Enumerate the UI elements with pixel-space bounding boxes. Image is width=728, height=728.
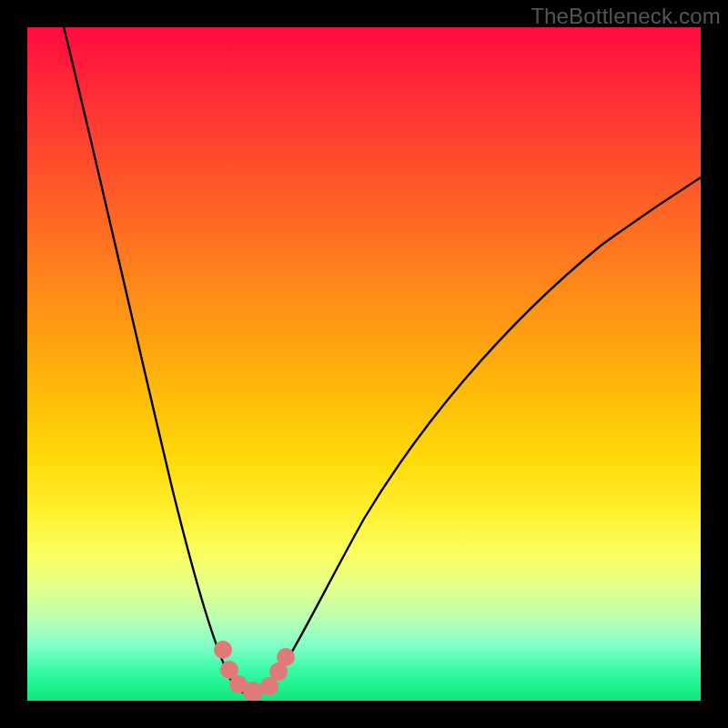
curve-layer (27, 27, 701, 701)
pink-node (214, 641, 232, 659)
pink-node (277, 648, 295, 666)
plot-area (27, 27, 701, 701)
watermark-text: TheBottleneck.com (531, 4, 721, 29)
bottleneck-curve (64, 27, 701, 695)
pink-node (243, 682, 263, 701)
chart-frame: TheBottleneck.com (0, 0, 728, 728)
marker-group (214, 641, 295, 701)
